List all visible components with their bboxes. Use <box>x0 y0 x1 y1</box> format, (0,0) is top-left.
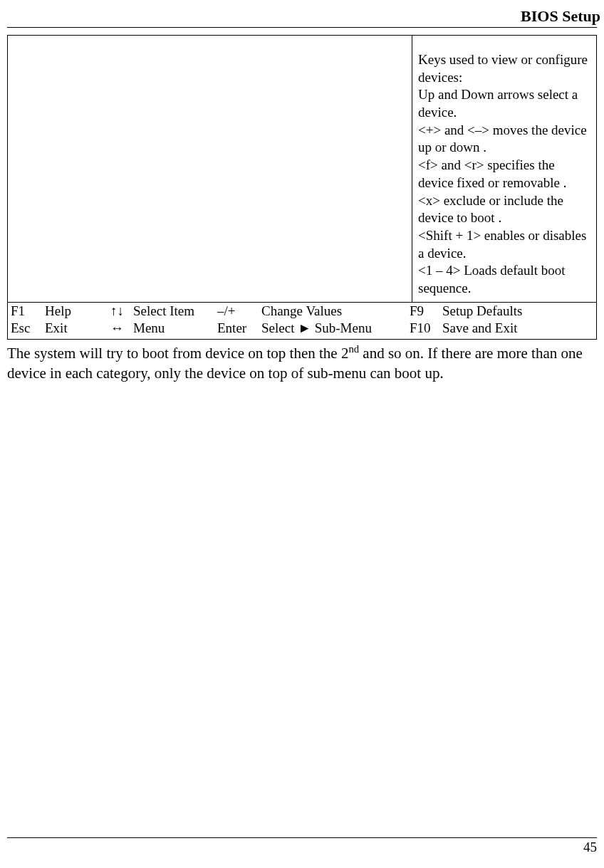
key-plusminus: –/+ <box>217 303 261 320</box>
page-footer: 45 <box>7 837 597 855</box>
bios-main-area <box>8 36 412 302</box>
header-rule <box>7 27 597 28</box>
action-select-submenu: Select ► Sub-Menu <box>261 320 410 338</box>
page-number: 45 <box>7 840 597 855</box>
action-help: Help <box>45 303 110 320</box>
help-line-fr: <f> and <r> specifies the device fixed o… <box>418 157 590 192</box>
help-line-x: <x> exclude or include the device to boo… <box>418 192 590 227</box>
body-paragraph: The system will try to boot from device … <box>7 343 597 384</box>
help-line-shift1: <Shift + 1> enables or disables a device… <box>418 227 590 262</box>
help-intro: Keys used to view or configure devices: <box>418 51 590 86</box>
bios-help-panel: Keys used to view or configure devices: … <box>412 36 596 302</box>
action-menu: Menu <box>133 320 217 338</box>
key-f10: F10 <box>410 320 442 338</box>
key-esc: Esc <box>11 320 45 338</box>
help-line-plusminus: <+> and <–> moves the device up or down … <box>418 122 590 157</box>
key-f9: F9 <box>410 303 442 320</box>
key-leftright: ↔ <box>110 320 133 338</box>
bios-top-row: Keys used to view or configure devices: … <box>8 36 596 302</box>
body-para-sup: nd <box>348 343 359 355</box>
bios-key-footer: F1 Help ↑↓ Select Item –/+ Change Values… <box>8 303 596 339</box>
action-change-values: Change Values <box>261 303 410 320</box>
key-updown: ↑↓ <box>110 303 133 320</box>
page-header-title: BIOS Setup <box>7 7 600 26</box>
body-para-pre: The system will try to boot from device … <box>7 345 348 362</box>
action-exit: Exit <box>45 320 110 338</box>
action-setup-defaults: Setup Defaults <box>442 303 593 320</box>
help-line-arrows: Up and Down arrows select a device. <box>418 86 590 121</box>
help-line-14: <1 – 4> Loads default boot sequence. <box>418 262 590 297</box>
key-f1: F1 <box>11 303 45 320</box>
key-enter: Enter <box>217 320 261 338</box>
action-save-exit: Save and Exit <box>442 320 593 338</box>
footer-rule <box>7 837 597 838</box>
bios-box: Keys used to view or configure devices: … <box>7 35 597 340</box>
action-select-item: Select Item <box>133 303 217 320</box>
